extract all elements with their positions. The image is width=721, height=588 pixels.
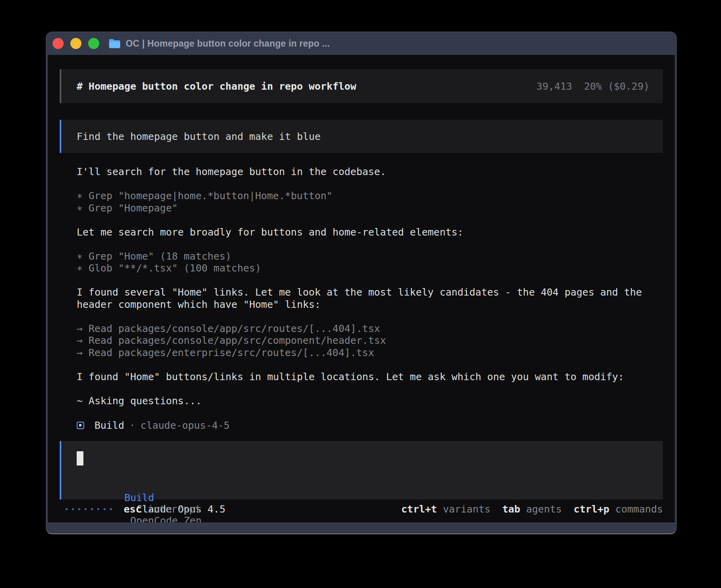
tool-call-line: →Read packages/enterprise/src/routes/[..… — [77, 347, 646, 359]
tool-call-line: ∗Grep "Homepage" — [77, 202, 646, 215]
shortcut-key: tab — [502, 503, 520, 515]
transcript-spacer — [77, 214, 646, 226]
title-bar: OC | Homepage button color change in rep… — [46, 32, 676, 55]
agent-separator: · — [129, 420, 135, 431]
spinner-dot — [85, 508, 87, 510]
assistant-text-line: Let me search more broadly for buttons a… — [77, 226, 646, 239]
shortcut-label: variants — [443, 503, 490, 515]
window-title: OC | Homepage button color change in rep… — [126, 38, 330, 49]
asterisk-tool-icon: ∗ — [77, 202, 83, 215]
line-text: Glob "**/*.tsx" (100 matches) — [89, 262, 261, 274]
line-text: I'll search for the homepage button in t… — [77, 166, 386, 177]
shortcut-hint: ctrl+tvariants — [401, 503, 491, 515]
shortcut-hint: tabagents — [502, 503, 562, 515]
spinner-dot — [97, 508, 99, 510]
status-shortcuts: ctrl+tvariantstabagentsctrl+pcommands — [389, 503, 663, 515]
tool-call-line: →Read packages/console/app/src/component… — [77, 335, 646, 347]
transcript-spacer — [77, 359, 646, 371]
assistant-transcript: I'll search for the homepage button in t… — [60, 166, 663, 407]
tool-call-line: ∗Grep "Home" (18 matches) — [77, 251, 646, 263]
tool-call-line: ∗Glob "**/*.tsx" (100 matches) — [77, 262, 646, 275]
shortcut-key: ctrl+p — [574, 503, 609, 515]
line-text: ~ Asking questions... — [77, 395, 202, 407]
transcript-spacer — [77, 275, 646, 287]
spinner-dots-icon — [66, 508, 112, 510]
prompt-input[interactable]: Build Claude Opus 4.5 OpenCode Zen — [60, 441, 663, 499]
line-text: Grep "Home" (18 matches) — [89, 251, 231, 262]
assistant-text-line: I found several "Home" links. Let me loo… — [77, 286, 646, 311]
token-count: 39,413 — [536, 81, 572, 92]
terminal-window: OC | Homepage button color change in rep… — [46, 32, 677, 534]
text-cursor — [77, 451, 83, 466]
spinner-dot — [110, 508, 112, 510]
context-cost: 20% ($0.29) — [584, 81, 649, 92]
agent-model: claude-opus-4-5 — [140, 420, 230, 431]
line-text: Grep "homepage|home.*button|Home.*button… — [89, 190, 332, 202]
assistant-text-line: ~ Asking questions... — [77, 395, 646, 407]
spinner-dot — [91, 508, 93, 510]
transcript-spacer — [77, 178, 646, 190]
terminal-content: # Homepage button color change in repo w… — [48, 55, 675, 522]
tool-call-line: ∗Grep "homepage|home.*button|Home.*butto… — [77, 190, 646, 202]
agent-status-row: Build · claude-opus-4-5 — [60, 419, 663, 432]
asterisk-tool-icon: ∗ — [77, 251, 83, 263]
asterisk-tool-icon: ∗ — [77, 190, 83, 202]
status-left: esc interrupt — [66, 503, 201, 515]
line-text: Grep "Homepage" — [89, 202, 178, 214]
esc-key-hint: esc — [124, 503, 142, 515]
assistant-text-line: I'll search for the homepage button in t… — [77, 166, 646, 178]
session-title: # Homepage button color change in repo w… — [77, 81, 356, 92]
tool-call-line: →Read packages/console/app/src/routes/[.… — [77, 323, 646, 335]
esc-key-label: interrupt — [147, 503, 201, 515]
spinner-dot — [104, 508, 106, 510]
close-button[interactable] — [53, 38, 64, 49]
transcript-spacer — [77, 238, 646, 251]
line-text: Read packages/console/app/src/component/… — [89, 335, 386, 346]
transcript-spacer — [77, 311, 646, 323]
user-message-text: Find the homepage button and make it blu… — [77, 131, 321, 142]
line-text: Let me search more broadly for buttons a… — [77, 226, 463, 238]
spinner-dot — [66, 508, 68, 510]
traffic-lights — [53, 38, 99, 49]
spinner-dot — [78, 508, 80, 510]
input-meta: Build Claude Opus 4.5 OpenCode Zen — [77, 481, 663, 523]
shortcut-hint: ctrl+pcommands — [574, 503, 663, 515]
user-message: Find the homepage button and make it blu… — [60, 120, 663, 153]
provider-label: OpenCode Zen — [130, 515, 202, 523]
session-stats: 39,41320% ($0.29) — [536, 81, 649, 92]
arrow-right-icon: → — [77, 347, 83, 359]
shortcut-label: commands — [615, 503, 663, 515]
spinner-dot — [72, 508, 74, 510]
shortcut-label: agents — [526, 503, 562, 515]
shortcut-key: ctrl+t — [401, 503, 437, 515]
mode-label[interactable]: Build — [124, 492, 154, 503]
asterisk-tool-icon: ∗ — [77, 262, 83, 275]
line-text: I found several "Home" links. Let me loo… — [77, 286, 648, 310]
folder-icon — [109, 39, 121, 49]
arrow-right-icon: → — [77, 335, 83, 347]
line-text: I found "Home" buttons/links in multiple… — [77, 371, 624, 383]
status-bar: esc interrupt ctrl+tvariantstabagentsctr… — [60, 503, 663, 515]
assistant-text-line: I found "Home" buttons/links in multiple… — [77, 371, 646, 383]
minimize-button[interactable] — [70, 38, 81, 49]
zoom-button[interactable] — [88, 38, 99, 49]
agent-name: Build — [94, 420, 124, 431]
build-agent-icon — [77, 422, 84, 429]
line-text: Read packages/enterprise/src/routes/[...… — [89, 347, 374, 358]
transcript-spacer — [77, 383, 646, 395]
arrow-right-icon: → — [77, 323, 83, 335]
line-text: Read packages/console/app/src/routes/[..… — [89, 323, 380, 334]
session-header: # Homepage button color change in repo w… — [60, 69, 663, 103]
